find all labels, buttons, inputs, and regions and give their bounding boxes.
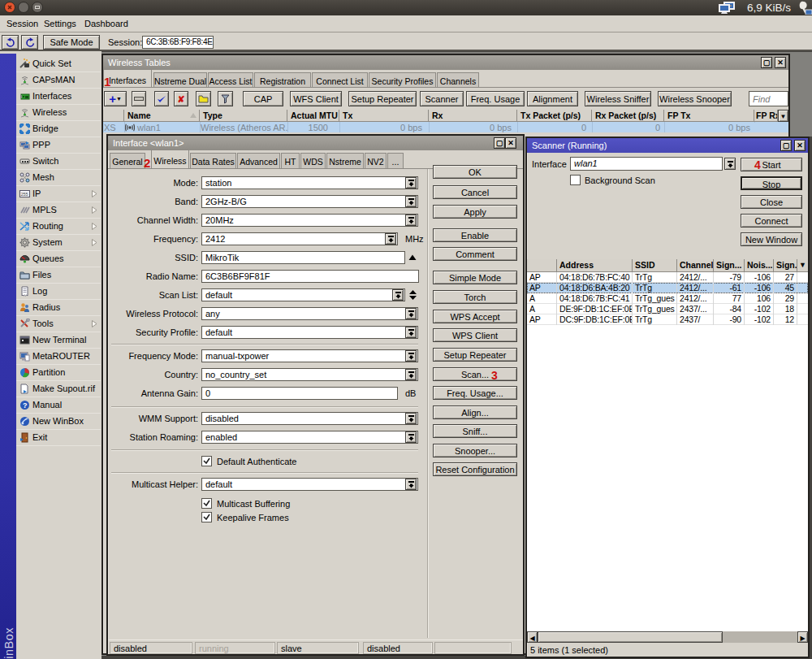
svg-text:?: ? xyxy=(23,401,28,410)
svg-text:255: 255 xyxy=(21,192,28,197)
